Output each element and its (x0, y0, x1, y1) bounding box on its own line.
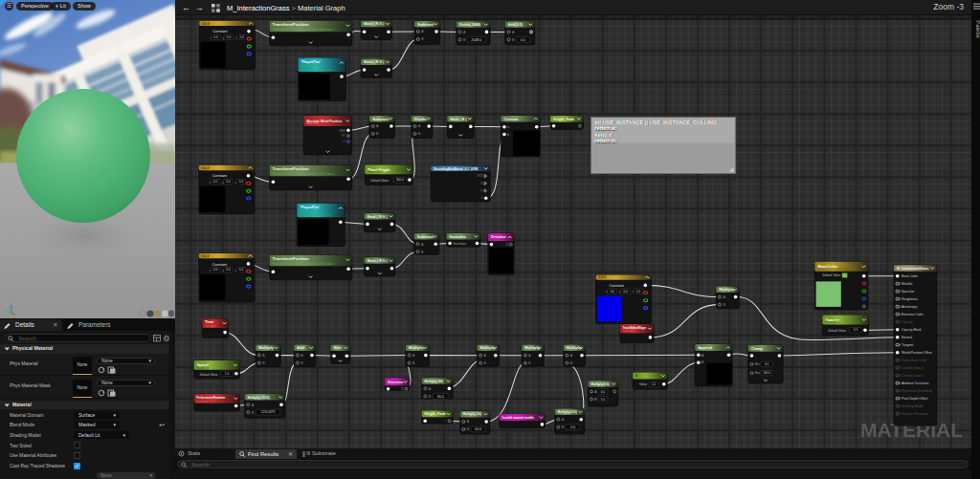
svg-text:0,0,0: 0,0,0 (202, 166, 210, 170)
svg-text:Ambient Occlusion: Ambient Occlusion (902, 381, 928, 385)
svg-text:Height_Fade: Height_Fade (425, 412, 446, 416)
svg-text:Divide: Divide (414, 117, 427, 121)
svg-text:Y: Y (480, 189, 482, 193)
svg-text:World Position Offset: World Position Offset (902, 351, 932, 355)
svg-text:Metallic: Metallic (902, 282, 913, 286)
svg-text:Multiply(,123.0): Multiply(,123.0) (248, 396, 270, 400)
svg-text:Multiply(,5.0): Multiply(,5.0) (558, 410, 577, 414)
svg-text:Multiply: Multiply (479, 345, 495, 350)
svg-text:Pixel Depth Offset: Pixel Depth Offset (902, 397, 927, 401)
svg-text:PerInstanceRandom: PerInstanceRandom (196, 396, 225, 400)
svg-text:Custom: Custom (503, 117, 518, 121)
svg-text:5.0: 5.0 (601, 398, 606, 402)
svg-text:z: z (9, 306, 11, 310)
svg-text:Direction: Direction (491, 235, 507, 239)
svg-text:TransformPosition: TransformPosition (273, 166, 309, 171)
svg-text:Default Value: Default Value (828, 329, 846, 333)
svg-text:Subsurface Color: Subsurface Color (902, 359, 927, 362)
svg-text:Shading Model: Shading Model (902, 404, 924, 408)
svg-text:Transforms Particle Space to A: Transforms Particle Space to Absolute Wo… (273, 262, 335, 266)
svg-text:Multiply: Multiply (524, 345, 540, 350)
svg-text:0,0,0: 0,0,0 (202, 254, 210, 258)
svg-text:0.0: 0.0 (213, 268, 218, 272)
svg-text:Input data: Input data (623, 329, 635, 333)
svg-text:Constant: Constant (212, 30, 228, 33)
svg-text:BoundingBoxBased_0-1_UVW: BoundingBoxBased_0-1_UVW (434, 167, 478, 171)
svg-text:0,0,0: 0,0,0 (599, 275, 607, 279)
svg-text:Specular: Specular (902, 290, 915, 294)
svg-text:Normalize: Normalize (450, 235, 467, 239)
svg-text:Height_Fade: Height_Fade (553, 118, 574, 121)
svg-text:Multiply: Multiply (409, 345, 424, 350)
svg-text:Param (300): Param (300) (368, 170, 383, 174)
svg-text:Constant: Constant (212, 174, 228, 178)
svg-text:Multiply: Multiply (719, 287, 734, 292)
svg-text:Multiply(,50): Multiply(,50) (463, 412, 481, 416)
svg-text:(Material Collection Param): (Material Collection Param) (301, 68, 333, 72)
svg-text:0.0: 0.0 (623, 290, 628, 294)
svg-text:Custom Data 0: Custom Data 0 (902, 366, 924, 370)
svg-text:Default Value: Default Value (822, 273, 840, 277)
svg-text:0.0: 0.0 (239, 35, 244, 39)
svg-text:0.0: 0.0 (227, 35, 232, 39)
svg-text:return b;: return b; (595, 138, 617, 143)
svg-text:Mask ( R G ): Mask ( R G ) (367, 215, 388, 219)
svg-text:0.0: 0.0 (765, 362, 769, 366)
svg-text:B: B (594, 398, 596, 402)
svg-text:0.0: 0.0 (601, 390, 606, 394)
svg-text:Tangent: Tangent (902, 343, 913, 347)
svg-text:Z: Z (344, 140, 345, 143)
svg-text:VectorInput: VectorInput (453, 242, 466, 246)
svg-text:50.0: 50.0 (475, 427, 481, 431)
svg-text:Multiply(0,5): Multiply(0,5) (590, 382, 609, 386)
svg-text:0.5: 0.5 (854, 328, 858, 332)
svg-text:Min: Min (755, 362, 760, 366)
svg-text:#if USE_INSTANCE || USE_INSTA: #if USE_INSTANCE || USE_INSTANCE_CULLING (595, 120, 718, 125)
svg-text:0.5: 0.5 (521, 38, 525, 42)
svg-text:Mask ( R G ): Mask ( R G ) (367, 259, 388, 263)
svg-text:Multiply: Multiply (567, 345, 582, 350)
svg-text:Append: Append (698, 345, 712, 350)
svg-text:Mask ( B ): Mask ( B ) (450, 118, 467, 121)
svg-text:Subtract: Subtract (417, 234, 434, 239)
svg-text:0.0: 0.0 (213, 35, 218, 39)
svg-text:B: B (702, 360, 703, 364)
svg-text:Divide(,2048): Divide(,2048) (459, 23, 481, 27)
svg-text:90.0: 90.0 (437, 395, 444, 399)
svg-text:Value: Value (639, 382, 647, 386)
svg-text:300.0: 300.0 (396, 178, 404, 182)
svg-text:(Material Collection Param): (Material Collection Param) (300, 213, 331, 217)
svg-text:0.0: 0.0 (226, 180, 231, 184)
svg-text:Input data: Input data (205, 324, 216, 328)
svg-text:Roughness: Roughness (902, 297, 918, 301)
svg-text:1.0: 1.0 (652, 382, 657, 386)
svg-text:#end if: #end if (595, 132, 612, 138)
svg-text:MPC_ShowData: MPC_ShowData (301, 64, 323, 68)
svg-text:Opacity Mask: Opacity Mask (902, 328, 922, 332)
svg-text:TwoSidedSign: TwoSidedSign (623, 326, 647, 330)
svg-text:Normal: Normal (902, 336, 912, 339)
svg-text:Opacity: Opacity (902, 320, 913, 324)
svg-text:X: X (480, 182, 482, 185)
svg-text:123.0375: 123.0375 (260, 410, 275, 414)
svg-text:Emissive Color: Emissive Color (902, 313, 924, 316)
svg-text:Invalid named enable: Invalid named enable (502, 416, 535, 420)
svg-text:Surface Thickness: Surface Thickness (902, 412, 928, 416)
svg-text:0.0: 0.0 (611, 290, 615, 294)
svg-text:0.0: 0.0 (213, 180, 218, 184)
svg-text:Refraction (Disabled): Refraction (Disabled) (902, 389, 932, 393)
svg-text:Mask ( R G ): Mask ( R G ) (364, 60, 385, 64)
svg-text:Direction: Direction (388, 381, 404, 384)
svg-text:0: 0 (635, 374, 637, 378)
svg-text:Param (0.120,0.413,0.179,1): Param (0.120,0.413,0.179,1) (817, 268, 849, 272)
svg-text:2048.0: 2048.0 (471, 38, 481, 42)
svg-text:Add: Add (297, 345, 305, 350)
svg-text:XY: XY (342, 134, 345, 138)
svg-text:Subtract: Subtract (417, 22, 434, 27)
svg-text:Transforms Particle Space to A: Transforms Particle Space to Absolute Wo… (273, 172, 335, 176)
svg-text:Param (0.5): Param (0.5) (825, 320, 839, 324)
svg-text:Default Value: Default Value (370, 179, 389, 183)
svg-text:return a;: return a; (595, 125, 617, 131)
svg-text:Constant: Constant (610, 284, 625, 288)
svg-text:Z: Z (480, 196, 482, 200)
